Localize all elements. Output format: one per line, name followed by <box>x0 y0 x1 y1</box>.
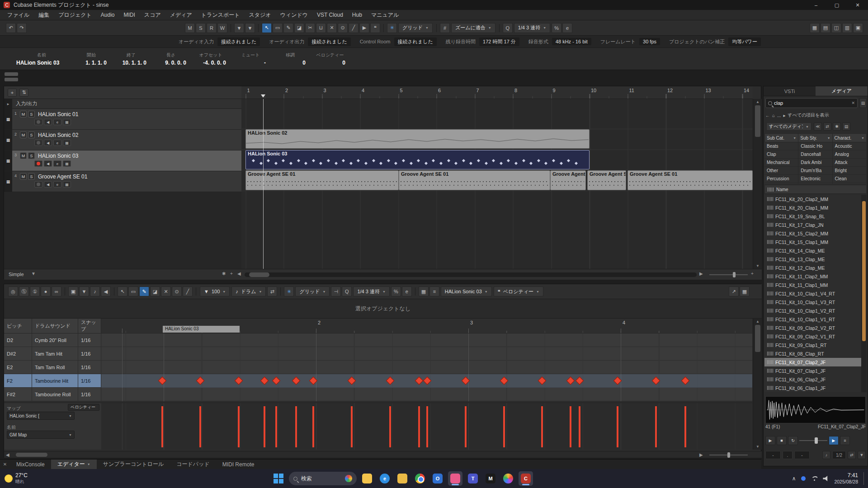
range-select-tool[interactable]: ▭ <box>273 23 283 33</box>
media-search-box[interactable]: ✕ <box>765 98 858 108</box>
list-view-icon[interactable]: ▤ <box>842 122 850 131</box>
scrollbar-thumb[interactable] <box>862 201 866 341</box>
note-icon[interactable]: ♪ <box>822 451 830 459</box>
quantize-panel-button[interactable]: e <box>562 23 572 33</box>
teams-icon[interactable]: T <box>466 471 480 486</box>
acoustic-feedback-button[interactable]: ♪ <box>90 286 100 296</box>
office-icon[interactable]: M <box>483 471 498 486</box>
drum-sound-row[interactable]: D2Cymb 20" Roll1/16 <box>4 333 101 347</box>
audio-event-groove-agent[interactable]: Groove Agent SE 01 <box>245 170 399 190</box>
part-start-chip[interactable]: HALion Sonic 03 <box>163 326 240 333</box>
attribute-filter-header[interactable]: Charact.▼ <box>833 133 867 142</box>
velocity-bar[interactable] <box>684 406 686 447</box>
zone-preset-label[interactable]: Simple <box>9 272 24 277</box>
info-field[interactable]: 移調0 <box>270 48 310 70</box>
record-arm-button[interactable] <box>34 140 42 146</box>
media-file-row[interactable]: FC11_Kit_09_Clap2_V1_RT <box>764 332 861 341</box>
scroll-down-icon[interactable]: ▼ <box>756 445 760 449</box>
velocity-bar[interactable] <box>161 406 163 447</box>
track-row[interactable]: ▦2MSHALion Sonic 02◀e▦ <box>4 130 241 150</box>
rewind-filter-icon[interactable]: ≪ <box>814 122 822 131</box>
tab-media[interactable]: メディア <box>816 86 868 96</box>
media-file-row[interactable]: FC11_Kit_12_Clap_ME <box>764 263 861 272</box>
attribute-filter-item[interactable]: Percussion <box>764 175 798 183</box>
keyboard-display-button[interactable]: ▦ <box>419 286 429 296</box>
playhead-handle[interactable] <box>261 94 265 98</box>
velocity-bar[interactable] <box>503 406 505 447</box>
scroll-right-icon[interactable]: ▶ <box>699 452 703 457</box>
mute-button[interactable]: M <box>20 131 27 138</box>
scrollbar-thumb[interactable] <box>755 105 760 137</box>
outlook-icon[interactable]: O <box>430 471 445 486</box>
media-file-row[interactable]: FC11_Kit_07_Clap2_JF <box>764 358 861 366</box>
velocity-bar[interactable] <box>275 406 277 447</box>
velocity-bar[interactable] <box>570 406 571 447</box>
attribute-filter-item[interactable]: Dancehall <box>798 150 832 159</box>
breadcrumb-label[interactable]: すべての項目を表示 <box>788 112 829 118</box>
media-file-row[interactable]: FC11_Kit_15_Clap1_MM <box>764 238 861 246</box>
attribute-filter-item[interactable]: Acoustic <box>833 142 866 150</box>
track-row[interactable]: ▦1MSHALion Sonic 01◀e▦ <box>4 109 241 130</box>
undo-button[interactable]: ↶ <box>6 23 16 33</box>
gear-icon[interactable]: ✱ <box>222 271 226 276</box>
auto-play-button[interactable]: ▶ <box>829 436 839 445</box>
cubase-icon[interactable]: C <box>519 471 533 486</box>
media-file-row[interactable]: FC11_Kit_10_Clap1_V3_RT <box>764 298 861 306</box>
velocity-bar[interactable] <box>426 406 428 447</box>
media-file-row[interactable]: FC11_Kit_10_Clap1_V2_RT <box>764 306 861 315</box>
velocity-bar[interactable] <box>295 406 297 447</box>
drum-sound-row[interactable]: F2Tambourine Hit1/16 <box>4 374 101 388</box>
line-tool[interactable]: ╱ <box>183 286 193 296</box>
scroll-left-icon[interactable]: ◀ <box>6 452 9 457</box>
media-file-row[interactable]: FC11_Kit_09_Clap1_RT <box>764 341 861 349</box>
preview-stop-button[interactable]: ■ <box>777 436 787 445</box>
drum-sound-row[interactable]: D#2Tam Tam Hit1/16 <box>4 347 101 361</box>
info-field[interactable]: 開始1. 1. 1. 0 <box>71 48 111 70</box>
erase-tool[interactable]: ◪ <box>150 286 160 296</box>
snap-column-header[interactable]: スナップ <box>78 319 101 333</box>
snap-button[interactable]: ✳ <box>284 286 294 296</box>
audio-event-groove-agent[interactable]: Groove Agent SE 01 <box>399 170 550 190</box>
grid-type-dropdown[interactable]: グリッド ▼ <box>295 286 330 296</box>
record-arm-button[interactable] <box>34 181 42 188</box>
open-in-window-button[interactable]: ↗ <box>729 286 739 296</box>
zoom-slider-thumb[interactable] <box>727 452 730 458</box>
media-file-row[interactable]: FC11_Kit_09_Clap2_V2_RT <box>764 324 861 332</box>
velocity-lane[interactable] <box>101 403 752 450</box>
preview-volume-slider[interactable] <box>799 436 827 445</box>
solo-button[interactable]: S <box>28 173 35 180</box>
back-icon[interactable]: ← <box>765 113 770 118</box>
lower-zone-toggle-button[interactable]: ▥ <box>842 23 852 33</box>
audio-event-groove-agent[interactable]: Groove Agent S <box>587 170 626 190</box>
scrollbar-thumb[interactable] <box>16 453 47 457</box>
attribute-filter-header[interactable]: Sub Cat.▼ <box>764 133 798 142</box>
chevron-down-icon[interactable]: ▼ <box>858 451 866 459</box>
comment-button[interactable]: ❝ <box>370 23 380 33</box>
zoom-slider-thumb[interactable] <box>733 272 736 277</box>
attribute-filter-item[interactable]: Drum'n'Ba <box>798 167 832 175</box>
mute-button[interactable]: M <box>20 152 27 159</box>
menu-item[interactable]: スタジオ <box>245 11 276 19</box>
open-editor-button[interactable]: ▦ <box>63 160 71 167</box>
monitor-button[interactable]: ◀ <box>44 140 52 146</box>
menu-item[interactable]: 編集 <box>34 11 54 19</box>
info-field[interactable]: ミュート- <box>231 48 270 70</box>
velocity-bar[interactable] <box>389 406 391 447</box>
attribute-filter-item[interactable]: Clap <box>764 150 798 159</box>
layout-grid-button[interactable]: ▦ <box>810 23 820 33</box>
monitor-button[interactable]: ◀ <box>44 119 52 125</box>
edit-channel-button[interactable]: e <box>53 160 61 167</box>
menu-item[interactable]: プロジェクト <box>54 11 96 19</box>
note-length-dropdown[interactable]: ♪ ドラム ▼ <box>231 286 266 296</box>
lower-zone-tab[interactable]: MixConsole <box>10 460 51 469</box>
lower-zone-tab[interactable]: コードパッド <box>170 460 216 469</box>
media-file-row[interactable]: FC11_Kit_08_Clap_RT <box>764 349 861 358</box>
chrome-icon[interactable] <box>413 471 427 486</box>
gear-icon[interactable]: ✱ <box>833 122 841 131</box>
zoom-preset-dropdown[interactable]: ズームに適合 ▼ <box>451 23 495 33</box>
mute-tool[interactable]: ✕ <box>327 23 337 33</box>
iterative-quantize-button[interactable]: % <box>391 286 401 296</box>
media-file-row[interactable]: FC11_Kit_07_Clap1_JF <box>764 366 861 375</box>
left-zone-toggle-button[interactable]: ◫ <box>831 23 841 33</box>
nudge-button[interactable]: ⇄ <box>267 286 277 296</box>
